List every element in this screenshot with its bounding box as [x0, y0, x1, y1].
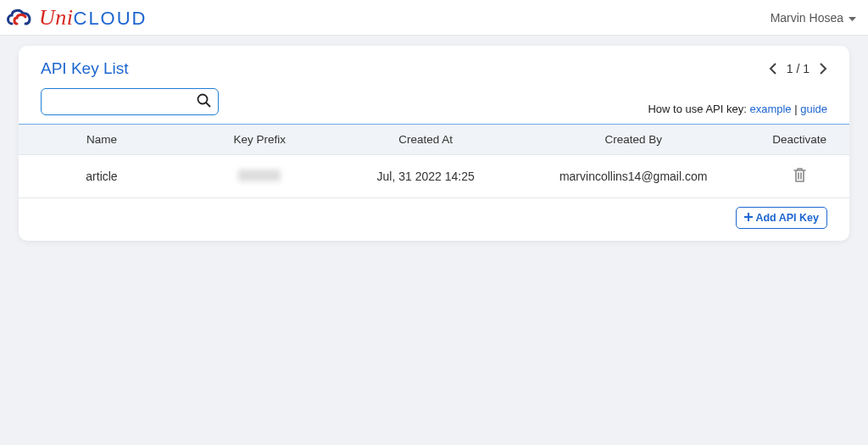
- topbar: UniCLOUD Marvin Hosea: [0, 0, 868, 36]
- page-title: API Key List: [41, 59, 129, 78]
- help-example-link[interactable]: example: [749, 103, 791, 115]
- card-footer: Add API Key: [19, 198, 849, 229]
- table-row: article Jul, 31 2022 14:25 marvincollins…: [19, 155, 849, 198]
- search-icon[interactable]: [197, 93, 211, 111]
- trash-icon[interactable]: [793, 167, 807, 183]
- col-header-created-by: Created By: [517, 133, 749, 146]
- search-input[interactable]: [48, 95, 197, 108]
- col-header-deactivate: Deactivate: [749, 133, 849, 146]
- cell-prefix: [185, 170, 334, 184]
- user-name: Marvin Hosea: [771, 11, 843, 25]
- cell-deactivate: [749, 167, 849, 186]
- plus-icon: [744, 212, 753, 224]
- page-next-button[interactable]: [820, 63, 827, 75]
- api-key-table: Name Key Prefix Created At Created By De…: [19, 124, 849, 198]
- cell-name: article: [19, 170, 185, 183]
- user-menu[interactable]: Marvin Hosea: [771, 11, 856, 25]
- svg-line-1: [206, 103, 210, 107]
- table-header: Name Key Prefix Created At Created By De…: [19, 125, 849, 155]
- page-indicator: 1 / 1: [787, 62, 810, 75]
- col-header-created-at: Created At: [334, 133, 517, 146]
- add-api-key-label: Add API Key: [755, 212, 819, 224]
- page-prev-button[interactable]: [769, 63, 776, 75]
- search-box[interactable]: [41, 88, 219, 115]
- pagination: 1 / 1: [769, 62, 827, 75]
- cell-created-at: Jul, 31 2022 14:25: [334, 170, 517, 183]
- help-guide-link[interactable]: guide: [800, 103, 827, 115]
- col-header-prefix: Key Prefix: [185, 133, 334, 146]
- brand-text: UniCLOUD: [39, 5, 147, 31]
- card-header: API Key List 1 / 1: [19, 46, 849, 81]
- obscured-prefix: [238, 170, 281, 181]
- search-row: How to use API key: example | guide: [19, 81, 849, 124]
- api-key-card: API Key List 1 / 1 How to use API key: e…: [19, 46, 849, 241]
- brand-logo[interactable]: UniCLOUD: [5, 5, 147, 31]
- add-api-key-button[interactable]: Add API Key: [736, 207, 827, 229]
- chevron-down-icon: [849, 11, 856, 25]
- cell-created-by: marvincollins14@gmail.com: [517, 170, 749, 183]
- help-text: How to use API key: example | guide: [648, 103, 827, 115]
- cloud-icon: [5, 7, 36, 29]
- col-header-name: Name: [19, 133, 185, 146]
